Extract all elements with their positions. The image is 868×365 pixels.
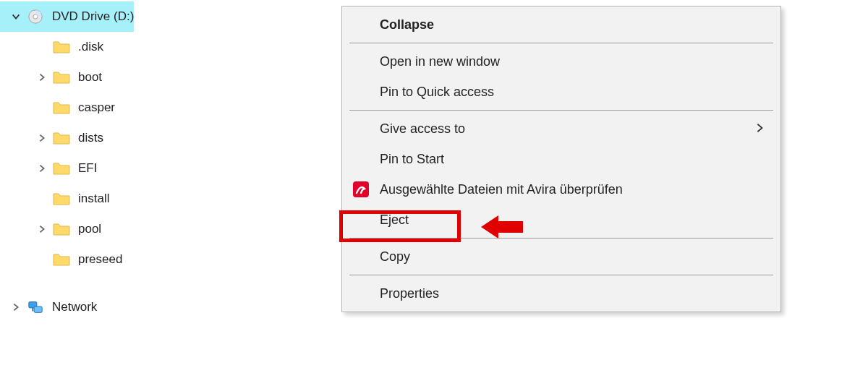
tree-item-label: dists xyxy=(78,131,103,145)
tree-item-label: boot xyxy=(78,70,102,85)
menu-item-avira-scan[interactable]: Ausgewählte Dateien mit Avira überprüfen xyxy=(342,174,780,205)
menu-item-label: Give access to xyxy=(380,121,465,137)
menu-item-label: Eject xyxy=(380,212,409,228)
svg-rect-3 xyxy=(34,306,42,312)
menu-separator xyxy=(349,110,773,111)
tree-item-label: Network xyxy=(52,300,97,314)
menu-item-label: Open in new window xyxy=(380,54,500,69)
chevron-down-icon[interactable] xyxy=(6,12,26,22)
tree-item-label: preseed xyxy=(78,252,122,267)
chevron-right-icon[interactable] xyxy=(32,72,52,82)
menu-separator xyxy=(349,43,773,43)
folder-icon xyxy=(52,250,71,269)
menu-item-give-access-to[interactable]: Give access to xyxy=(342,113,780,144)
tree-item-label: casper xyxy=(78,100,115,115)
menu-item-pin-to-start[interactable]: Pin to Start xyxy=(342,144,780,174)
folder-icon xyxy=(52,159,71,178)
chevron-right-icon[interactable] xyxy=(32,224,52,234)
network-icon xyxy=(26,298,45,317)
folder-icon xyxy=(52,129,71,147)
menu-separator xyxy=(349,238,773,239)
chevron-right-icon[interactable] xyxy=(32,133,52,143)
folder-icon xyxy=(52,189,71,208)
menu-item-eject[interactable]: Eject xyxy=(342,205,780,235)
tree-item-label: install xyxy=(78,192,109,206)
menu-separator xyxy=(349,275,773,275)
folder-icon xyxy=(52,98,71,117)
menu-item-copy[interactable]: Copy xyxy=(342,241,780,272)
menu-item-label: Pin to Start xyxy=(380,152,444,167)
menu-item-label: Collapse xyxy=(380,17,434,33)
menu-item-label: Copy xyxy=(380,249,410,265)
menu-item-open-new-window[interactable]: Open in new window xyxy=(342,46,780,77)
chevron-right-icon[interactable] xyxy=(32,163,52,173)
tree-item-label: pool xyxy=(78,222,101,236)
context-menu: Collapse Open in new window Pin to Quick… xyxy=(341,6,781,312)
chevron-right-icon xyxy=(754,121,765,137)
folder-icon xyxy=(52,220,71,239)
tree-item-label: DVD Drive (D:) xyxy=(52,9,134,24)
menu-item-pin-quick-access[interactable]: Pin to Quick access xyxy=(342,77,780,107)
avira-icon xyxy=(352,181,370,198)
disc-drive-icon xyxy=(26,7,45,26)
tree-item-label: EFI xyxy=(78,161,97,176)
menu-item-label: Ausgewählte Dateien mit Avira überprüfen xyxy=(380,182,623,197)
menu-item-collapse[interactable]: Collapse xyxy=(342,9,780,40)
folder-icon xyxy=(52,38,71,56)
menu-item-label: Properties xyxy=(380,286,439,301)
tree-item-label: .disk xyxy=(78,40,103,54)
svg-rect-5 xyxy=(353,181,369,197)
folder-icon xyxy=(52,68,71,87)
menu-item-properties[interactable]: Properties xyxy=(342,278,780,309)
chevron-right-icon[interactable] xyxy=(6,302,26,312)
menu-item-label: Pin to Quick access xyxy=(380,85,494,100)
